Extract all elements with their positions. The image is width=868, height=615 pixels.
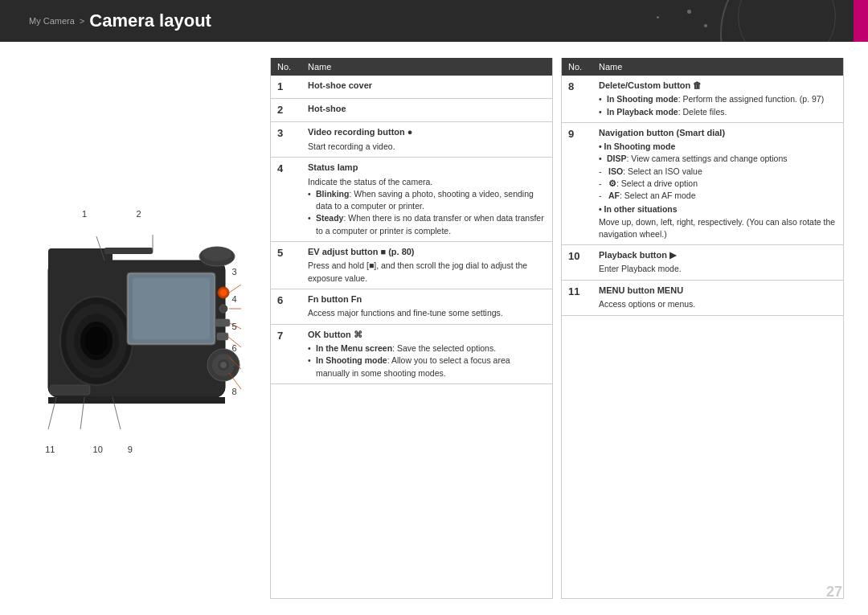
table-row: 11 MENU button MENU Access options or me… bbox=[562, 280, 843, 315]
cam-label-7: 7 bbox=[231, 365, 236, 375]
camera-section: 1 2 3 4 5 6 7 8 11 10 bbox=[24, 58, 257, 599]
row-content: EV adjust button ■ (p. 80) Press and hol… bbox=[301, 241, 552, 289]
row-num: 1 bbox=[271, 76, 301, 99]
row-content: Navigation button (Smart dial) • In Shoo… bbox=[592, 122, 843, 244]
cam-label-4: 4 bbox=[231, 294, 236, 304]
header-decoration bbox=[627, 0, 868, 42]
table-row: 5 EV adjust button ■ (p. 80) Press and h… bbox=[271, 241, 552, 289]
page-number: 27 bbox=[826, 584, 842, 601]
playback-button-label: Playback button ▶ bbox=[599, 249, 837, 261]
table-row: 6 Fn button Fn Access major functions an… bbox=[271, 289, 552, 324]
dot-3 bbox=[657, 16, 659, 18]
row-num: 2 bbox=[271, 99, 301, 122]
breadcrumb-arrow: > bbox=[80, 16, 84, 26]
row-content: Delete/Custom button 🗑 In Shooting mode:… bbox=[592, 76, 843, 122]
cam-label-2: 2 bbox=[137, 209, 141, 219]
left-table: No. Name 1 Hot-shoe cover 2 Hot-sho bbox=[270, 58, 553, 599]
breadcrumb-prefix: My Camera bbox=[29, 16, 75, 26]
camera-number-labels: 1 2 3 4 5 6 7 8 11 10 bbox=[32, 204, 249, 478]
right-col-no-header: No. bbox=[562, 58, 592, 76]
cam-label-3: 3 bbox=[231, 267, 236, 277]
dot-2 bbox=[704, 24, 707, 27]
dot-1 bbox=[687, 10, 691, 14]
table-row: 10 Playback button ▶ Enter Playback mode… bbox=[562, 244, 843, 280]
row-content: OK button ⌘ In the Menu screen: Save the… bbox=[301, 324, 552, 383]
main-content: 1 2 3 4 5 6 7 8 11 10 bbox=[0, 42, 868, 615]
cam-label-10: 10 bbox=[93, 445, 103, 454]
row-content: Playback button ▶ Enter Playback mode. bbox=[592, 244, 843, 280]
row-num: 6 bbox=[271, 289, 301, 324]
row-content: Status lamp Indicate the status of the c… bbox=[301, 158, 552, 242]
row-num: 10 bbox=[562, 244, 592, 280]
row-content: Hot-shoe bbox=[301, 99, 552, 122]
cam-label-5: 5 bbox=[231, 322, 236, 331]
header-magenta-bar bbox=[854, 0, 868, 42]
left-col-no-header: No. bbox=[271, 58, 301, 76]
right-table-content: No. Name 8 Delete/Custom button 🗑 In Sho… bbox=[562, 58, 843, 316]
right-col-name-header: Name bbox=[592, 58, 843, 76]
row-num: 5 bbox=[271, 241, 301, 289]
right-table: No. Name 8 Delete/Custom button 🗑 In Sho… bbox=[561, 58, 844, 599]
row-num: 8 bbox=[562, 76, 592, 122]
cam-label-1: 1 bbox=[82, 209, 87, 219]
row-num: 3 bbox=[271, 122, 301, 158]
row-num: 7 bbox=[271, 324, 301, 383]
row-content: Fn button Fn Access major functions and … bbox=[301, 289, 552, 324]
camera-image-wrapper: 1 2 3 4 5 6 7 8 11 10 bbox=[32, 204, 249, 478]
row-content: Video recording button ● Start recording… bbox=[301, 122, 552, 158]
table-row: 3 Video recording button ● Start recordi… bbox=[271, 122, 552, 158]
cam-label-9: 9 bbox=[128, 445, 133, 454]
row-content: Hot-shoe cover bbox=[301, 76, 552, 99]
table-row: 7 OK button ⌘ In the Menu screen: Save t… bbox=[271, 324, 552, 383]
table-row: 8 Delete/Custom button 🗑 In Shooting mod… bbox=[562, 76, 843, 122]
page-title: Camera layout bbox=[89, 10, 211, 31]
table-row: 1 Hot-shoe cover bbox=[271, 76, 552, 99]
table-row: 9 Navigation button (Smart dial) • In Sh… bbox=[562, 122, 843, 244]
left-table-content: No. Name 1 Hot-shoe cover 2 Hot-sho bbox=[271, 58, 552, 384]
row-num: 11 bbox=[562, 280, 592, 315]
cam-label-11: 11 bbox=[45, 445, 55, 454]
table-row: 4 Status lamp Indicate the status of the… bbox=[271, 158, 552, 242]
header: My Camera > Camera layout bbox=[0, 0, 868, 42]
cam-label-6: 6 bbox=[231, 343, 236, 353]
row-num: 9 bbox=[562, 122, 592, 244]
cam-label-8: 8 bbox=[231, 387, 236, 396]
table-row: 2 Hot-shoe bbox=[271, 99, 552, 122]
row-content: MENU button MENU Access options or menus… bbox=[592, 280, 843, 315]
tables-section: No. Name 1 Hot-shoe cover 2 Hot-sho bbox=[270, 58, 844, 599]
left-col-name-header: Name bbox=[301, 58, 552, 76]
row-num: 4 bbox=[271, 158, 301, 242]
